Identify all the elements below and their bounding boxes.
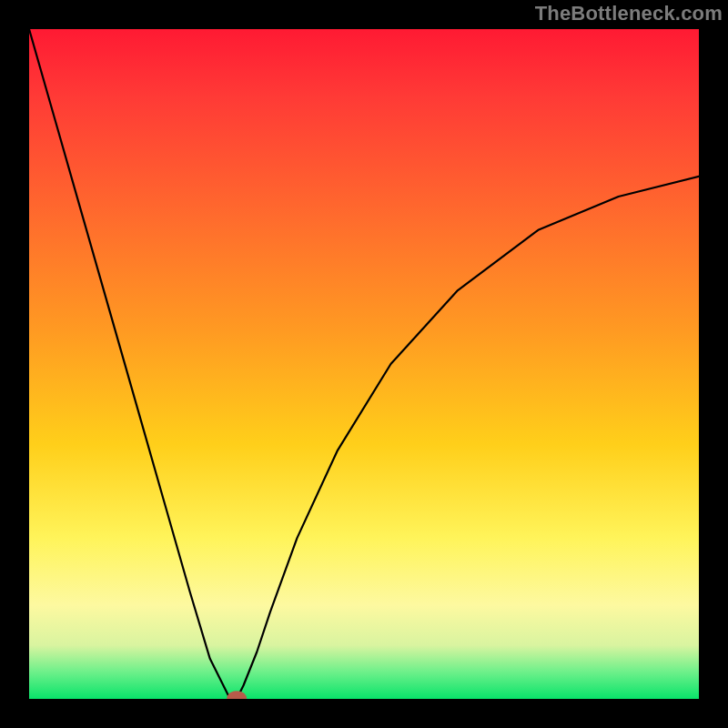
- watermark-text: TheBottleneck.com: [535, 2, 723, 25]
- curve-layer: [29, 29, 699, 699]
- bottleneck-curve: [29, 29, 699, 699]
- minimum-point-marker: [230, 694, 244, 699]
- plot-area: [29, 29, 699, 699]
- chart-frame: TheBottleneck.com: [0, 0, 728, 728]
